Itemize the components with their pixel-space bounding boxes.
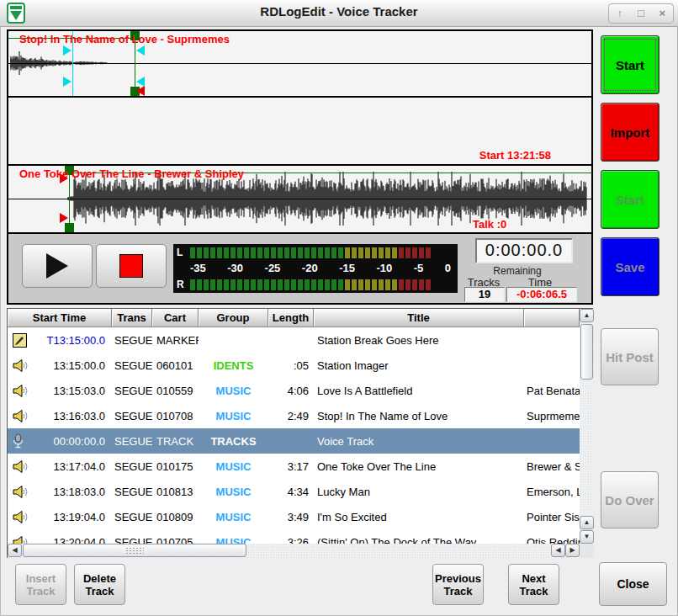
table-row[interactable]: 13:17:04.0SEGUE010175MUSIC3:17One Toke O… xyxy=(8,454,580,479)
cell-length: 3:26 xyxy=(268,536,314,544)
close-button[interactable]: Close xyxy=(599,562,667,606)
cell-title: Station Break Goes Here xyxy=(314,334,524,347)
insert-track-button[interactable]: Insert Track xyxy=(15,564,66,605)
start-time-text: 13:19:04.0 xyxy=(29,511,112,523)
column-header-group[interactable]: Group xyxy=(199,309,268,327)
start-time-text: T13:15:00.0 xyxy=(29,334,112,347)
cell-title: (Sittin' On) The Dock of The Way xyxy=(314,536,524,544)
cell-trans: SEGUE xyxy=(112,334,152,347)
scroll-up2-icon[interactable]: ▲ xyxy=(580,516,594,529)
meter-scale-label: -15 xyxy=(339,262,355,275)
table-row[interactable]: 13:15:00.0SEGUE060101IDENTS:05Station Im… xyxy=(8,353,580,378)
stop-button[interactable] xyxy=(96,244,167,288)
next-track-button[interactable]: Next Track xyxy=(508,564,559,605)
vertical-scrollbar[interactable]: ▲ ▲ ▼ xyxy=(580,309,594,544)
cell-trans: SEGUE xyxy=(112,385,152,397)
track1-segue-marker-bottom-icon[interactable] xyxy=(63,77,72,87)
track1-end-pointer-icon[interactable] xyxy=(136,86,145,96)
cell-group: MUSIC xyxy=(199,410,268,422)
meter-right-segments xyxy=(190,279,431,290)
play-button[interactable] xyxy=(22,244,93,288)
table-row[interactable]: 13:18:03.0SEGUE010813MUSIC4:34Lucky ManE… xyxy=(8,479,580,504)
column-header-artist[interactable] xyxy=(524,309,580,327)
start-time-text: 00:00:00.0 xyxy=(29,435,112,448)
cell-start-time: 13:16:03.0 xyxy=(8,409,112,423)
vertical-scrollbar-thumb[interactable] xyxy=(580,324,593,380)
table-row-selected[interactable]: 00:00:00.0SEGUETRACKTRACKSVoice Track xyxy=(8,428,580,454)
cell-trans: SEGUE xyxy=(112,536,152,544)
track2-waveform-pane[interactable]: One Toke Over The Line - Brewer & Shiple… xyxy=(8,166,591,234)
cell-group: MUSIC xyxy=(199,460,268,473)
column-header-cart[interactable]: Cart xyxy=(152,309,199,327)
delete-track-button[interactable]: Delete Track xyxy=(74,564,125,605)
do-over-button[interactable]: Do Over xyxy=(601,471,659,528)
table-row[interactable]: 13:16:03.0SEGUE010708MUSIC2:49Stop! In T… xyxy=(8,403,580,428)
previous-track-button[interactable]: Previous Track xyxy=(432,564,484,605)
maximize-icon[interactable]: □ xyxy=(632,5,650,22)
microphone-icon xyxy=(13,433,24,449)
track2-start-handle-bottom[interactable] xyxy=(65,223,74,232)
column-header-trans[interactable]: Trans xyxy=(112,309,152,327)
cell-title: I'm So Excited xyxy=(314,511,524,523)
speaker-icon xyxy=(13,384,29,398)
cell-trans: SEGUE xyxy=(112,410,152,422)
scroll-right-icon[interactable]: ▶ xyxy=(565,544,580,557)
table-row[interactable]: 13:20:04.0SEGUE010705MUSIC3:26(Sittin' O… xyxy=(8,529,580,544)
log-rows: T13:15:00.0SEGUEMARKERStation Break Goes… xyxy=(8,327,580,544)
hit-post-button[interactable]: Hit Post xyxy=(601,328,659,385)
cell-artist: Suprmemes xyxy=(524,410,580,422)
track2-title: One Toke Over The Line - Brewer & Shiple… xyxy=(19,167,244,180)
scroll-down-icon[interactable]: ▼ xyxy=(580,530,594,544)
start-play-button[interactable]: Start xyxy=(601,170,659,229)
track1-waveform-pane[interactable]: Stop! In The Name of Love - Suprmemes xyxy=(8,31,591,98)
start-record-button[interactable]: Start xyxy=(601,35,659,94)
track1-fade-marker-top-icon[interactable] xyxy=(136,45,145,56)
cell-cart: 010175 xyxy=(152,460,199,473)
cell-start-time: 13:18:03.0 xyxy=(8,485,112,499)
talk-time-label: Talk :0 xyxy=(473,218,506,231)
meter-scale-label: -20 xyxy=(302,262,318,275)
meter-scale-label: -35 xyxy=(190,262,206,275)
track2-start-pointer-bottom-icon[interactable] xyxy=(60,213,68,223)
cell-trans: SEGUE xyxy=(112,511,152,523)
column-header-length[interactable]: Length xyxy=(268,309,314,327)
horizontal-scrollbar-thumb[interactable] xyxy=(23,544,246,557)
scroll-left-icon[interactable]: ◀ xyxy=(8,544,22,557)
speaker-icon xyxy=(13,459,29,474)
speaker-icon xyxy=(13,409,29,423)
shade-icon[interactable]: ↑ xyxy=(611,5,629,22)
scrollbar-grip xyxy=(125,547,144,555)
table-row[interactable]: 13:15:03.0SEGUE010559MUSIC4:06Love Is A … xyxy=(8,378,580,403)
start-time-text: 13:15:00.0 xyxy=(29,359,112,372)
meter-scale-label: -10 xyxy=(376,262,392,275)
cell-title: Love Is A Battlefield xyxy=(314,385,524,397)
log-table: Start Time Trans Cart Group Length Title… xyxy=(7,308,593,558)
cell-length: 3:49 xyxy=(268,511,314,523)
cell-start-time: 13:15:00.0 xyxy=(8,358,112,373)
meter-scale: -35-30-25-20-15-10-50 xyxy=(190,262,451,275)
cell-artist: Emerson, L xyxy=(524,486,580,498)
voice-track-pane[interactable]: Start 13:21:58 xyxy=(8,98,591,166)
column-header-start-time[interactable]: Start Time xyxy=(8,309,112,327)
table-row[interactable]: 13:19:04.0SEGUE010809MUSIC3:49I'm So Exc… xyxy=(8,504,580,529)
remaining-label: Remaining xyxy=(463,265,572,277)
scroll-left2-icon[interactable]: ◀ xyxy=(551,544,565,557)
cell-artist: Pointer Sist xyxy=(524,511,580,523)
import-button[interactable]: Import xyxy=(601,103,659,162)
cell-artist: Brewer & S xyxy=(524,460,580,473)
meter-left-segments xyxy=(190,247,431,258)
save-button[interactable]: Save xyxy=(601,237,659,296)
track1-segue-marker-top-icon[interactable] xyxy=(63,45,72,56)
close-icon[interactable]: × xyxy=(653,5,671,22)
vu-meter: L -35-30-25-20-15-10-50 R xyxy=(173,244,458,293)
cell-length: 4:34 xyxy=(268,486,314,498)
cell-group: MUSIC xyxy=(199,486,268,498)
cell-cart: 010813 xyxy=(152,486,199,498)
scroll-up-icon[interactable]: ▲ xyxy=(580,309,594,322)
table-row[interactable]: T13:15:00.0SEGUEMARKERStation Break Goes… xyxy=(8,327,580,353)
title-bar[interactable]: RDLogEdit - Voice Tracker ↑ □ × xyxy=(0,0,678,27)
horizontal-scrollbar[interactable]: ◀ ◀ ▶ xyxy=(8,544,580,558)
cell-start-time: 13:20:04.0 xyxy=(8,535,112,544)
cell-start-time: 13:15:03.0 xyxy=(8,384,112,398)
column-header-title[interactable]: Title xyxy=(314,309,524,327)
